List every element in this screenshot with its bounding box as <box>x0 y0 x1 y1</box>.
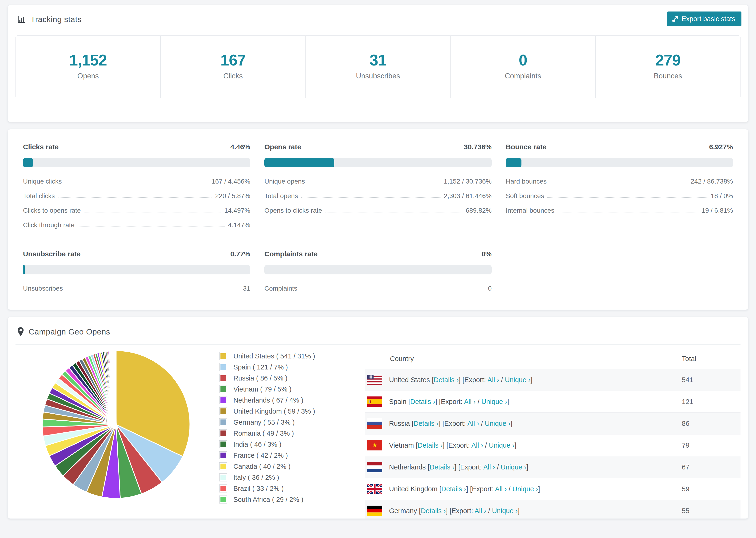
summary-box-clicks: 167Clicks <box>161 36 305 98</box>
export-all-link[interactable]: All › <box>464 398 476 405</box>
column-header-total: Total <box>682 355 740 363</box>
pie-slice <box>116 351 116 424</box>
summary-label: Opens <box>16 72 160 80</box>
summary-label: Unsubscribes <box>306 72 450 80</box>
table-row-es: Spain [Details ›] [Export: All › / Uniqu… <box>365 391 740 412</box>
legend-label: Romania ( 49 / 3% ) <box>233 430 294 437</box>
rate-panel-head: Clicks rate4.46% <box>23 143 250 151</box>
bracket: ] <box>514 442 516 449</box>
export-all-link[interactable]: All › <box>474 507 486 514</box>
table-row-ru: Russia [Details ›] [Export: All › / Uniq… <box>365 412 740 434</box>
rate-rows: Hard bounces242 / 86.738%Soft bounces18 … <box>506 178 733 214</box>
export-all-link[interactable]: All › <box>495 485 507 493</box>
summary-label: Complaints <box>451 72 595 80</box>
legend-label: India ( 46 / 3% ) <box>233 441 282 448</box>
rate-row-label: Internal bounces <box>506 207 554 214</box>
rate-panel-opens-rate: Opens rate30.736%Unique opens1,152 / 30.… <box>264 143 492 229</box>
details-link[interactable]: Details › <box>430 463 455 471</box>
bracket: [ <box>432 376 434 384</box>
export-prefix: [Export: <box>462 376 487 384</box>
rate-row-value: 1,152 / 30.736% <box>444 178 492 185</box>
legend-item: Spain ( 121 / 7% ) <box>219 363 365 371</box>
ru-flag-icon <box>367 418 382 429</box>
details-link[interactable]: Details › <box>421 507 446 514</box>
bracket: ] <box>446 507 450 514</box>
rate-value: 30.736% <box>464 143 492 151</box>
pie-svg <box>40 349 192 500</box>
slash: / <box>507 485 512 493</box>
export-all-link[interactable]: All › <box>483 463 495 471</box>
rate-panel-bounce-rate: Bounce rate6.927%Hard bounces242 / 86.73… <box>506 143 733 229</box>
rate-panel-head: Opens rate30.736% <box>264 143 492 151</box>
rate-rows: Complaints0 <box>264 285 492 292</box>
export-unique-link[interactable]: Unique › <box>492 507 518 514</box>
legend-label: South Africa ( 29 / 2% ) <box>233 496 303 504</box>
bracket: ] <box>435 398 439 405</box>
legend-label: Germany ( 55 / 3% ) <box>233 418 295 426</box>
progress-bar-fill <box>506 158 521 167</box>
rate-row-label: Soft bounces <box>506 192 544 200</box>
total-cell: 541 <box>682 376 740 384</box>
rate-row: Unsubscribes31 <box>23 285 250 292</box>
country-cell: Vietnam [Details ›] [Export: All › / Uni… <box>389 442 682 449</box>
legend-swatch <box>219 452 227 459</box>
rate-title: Clicks rate <box>23 143 59 151</box>
summary-value: 167 <box>161 51 305 69</box>
legend-label: Netherlands ( 67 / 4% ) <box>233 397 303 404</box>
details-link[interactable]: Details › <box>414 420 439 427</box>
country-cell: Russia [Details ›] [Export: All › / Uniq… <box>389 420 682 427</box>
rate-row: Total opens2,303 / 61.446% <box>264 192 492 200</box>
summary-row: 1,152Opens167Clicks31Unsubscribes0Compla… <box>16 35 740 98</box>
country-name: Germany <box>389 507 419 514</box>
page-title: Tracking stats <box>30 15 81 24</box>
dotted-leader <box>325 212 462 212</box>
export-unique-link[interactable]: Unique › <box>512 485 538 493</box>
geo-content: United States ( 541 / 31% )Spain ( 121 /… <box>8 345 748 519</box>
legend-item: Brazil ( 33 / 2% ) <box>219 484 365 493</box>
legend-swatch <box>219 429 227 437</box>
rate-title: Bounce rate <box>506 143 546 151</box>
bracket: ] <box>531 376 532 384</box>
country-name: Spain <box>389 398 408 405</box>
country-name: Netherlands <box>389 463 428 471</box>
rate-row-value: 167 / 4.456% <box>212 178 250 185</box>
rate-value: 0.77% <box>230 250 250 258</box>
rate-row-label: Total opens <box>264 192 298 200</box>
export-unique-link[interactable]: Unique › <box>481 398 507 405</box>
rate-panel-clicks-rate: Clicks rate4.46%Unique clicks167 / 4.456… <box>23 143 250 229</box>
summary-value: 279 <box>596 51 740 69</box>
export-unique-link[interactable]: Unique › <box>501 463 527 471</box>
details-link[interactable]: Details › <box>418 442 443 449</box>
export-unique-link[interactable]: Unique › <box>485 420 511 427</box>
tracking-stats-header: Tracking stats Export basic stats <box>16 5 740 32</box>
table-row-de: Germany [Details ›] [Export: All › / Uni… <box>365 500 740 519</box>
rate-title: Opens rate <box>264 143 301 151</box>
export-prefix: [Export: <box>439 398 464 405</box>
legend-label: Italy ( 36 / 2% ) <box>233 474 279 481</box>
export-all-link[interactable]: All › <box>467 420 479 427</box>
export-unique-link[interactable]: Unique › <box>489 442 514 449</box>
legend-swatch <box>219 473 227 481</box>
legend-label: United States ( 541 / 31% ) <box>233 352 315 360</box>
legend-item: France ( 42 / 2% ) <box>219 452 365 459</box>
bracket: ] <box>439 420 442 427</box>
export-unique-link[interactable]: Unique › <box>505 376 531 384</box>
campaign-geo-opens-card: Campaign Geo Opens United States ( 541 /… <box>8 317 748 519</box>
legend-swatch <box>219 496 227 504</box>
legend-swatch <box>219 484 227 493</box>
rate-rows: Unique opens1,152 / 30.736%Total opens2,… <box>264 178 492 214</box>
export-all-link[interactable]: All › <box>487 376 499 384</box>
bracket: ] <box>518 507 519 514</box>
legend-label: Brazil ( 33 / 2% ) <box>233 485 284 493</box>
details-link[interactable]: Details › <box>441 485 466 493</box>
details-link[interactable]: Details › <box>434 376 459 384</box>
details-link[interactable]: Details › <box>410 398 435 405</box>
progress-bar <box>23 265 250 274</box>
slash: / <box>495 463 501 471</box>
rate-panel-head: Bounce rate6.927% <box>506 143 733 151</box>
export-basic-stats-button[interactable]: Export basic stats <box>667 12 741 26</box>
legend-item: Russia ( 86 / 5% ) <box>219 374 365 382</box>
export-all-link[interactable]: All › <box>471 442 483 449</box>
rates-card: Clicks rate4.46%Unique clicks167 / 4.456… <box>8 129 748 310</box>
legend-item: Romania ( 49 / 3% ) <box>219 429 365 437</box>
